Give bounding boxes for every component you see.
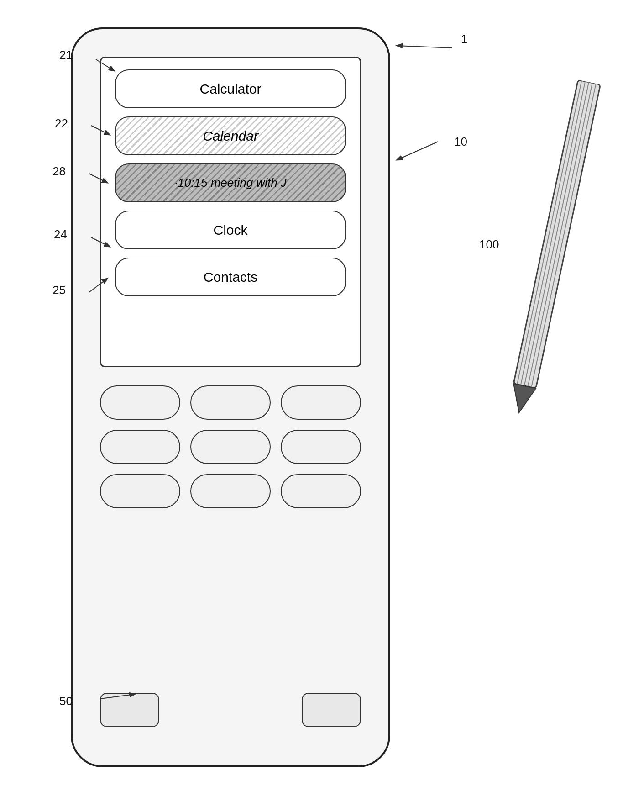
stylus (492, 76, 618, 410)
ref-22: 22 (55, 116, 68, 131)
clock-label: Clock (213, 222, 247, 238)
ref-25: 25 (52, 283, 66, 297)
key-2[interactable] (190, 385, 271, 420)
bottom-keys: △ ▽ ◁ ▷ (100, 664, 361, 755)
svg-line-10 (521, 81, 585, 385)
meeting-button[interactable]: ·10:15 meeting with J (115, 163, 346, 202)
page: Calculator Calendar ·10:15 meeting with … (0, 0, 644, 812)
svg-line-12 (528, 83, 592, 386)
key-7[interactable] (100, 474, 180, 508)
clock-button[interactable]: Clock (115, 211, 346, 249)
ref-50: 50 (59, 694, 73, 708)
ref-21: 21 (59, 48, 73, 62)
key-8[interactable] (190, 474, 271, 508)
screen: Calculator Calendar ·10:15 meeting with … (100, 57, 361, 367)
ref-1: 1 (461, 32, 467, 46)
key-3[interactable] (281, 385, 361, 420)
svg-line-1 (397, 142, 438, 160)
key-9[interactable] (281, 474, 361, 508)
calculator-button[interactable]: Calculator (115, 69, 346, 108)
stylus-svg (488, 76, 618, 427)
svg-marker-14 (508, 384, 536, 415)
ref-24: 24 (54, 227, 67, 242)
calculator-label: Calculator (199, 81, 261, 97)
meeting-label: ·10:15 meeting with J (174, 176, 287, 190)
key-6[interactable] (281, 430, 361, 464)
svg-line-13 (531, 84, 596, 387)
device-body: Calculator Calendar ·10:15 meeting with … (71, 27, 390, 767)
ref-10: 10 (454, 135, 467, 149)
key-1[interactable] (100, 385, 180, 420)
contacts-label: Contacts (204, 269, 257, 285)
svg-line-9 (517, 80, 581, 384)
key-5[interactable] (190, 430, 271, 464)
calendar-label: Calendar (203, 128, 258, 144)
calendar-button[interactable]: Calendar (115, 116, 346, 155)
svg-line-0 (397, 46, 452, 48)
ref-28: 28 (52, 164, 66, 179)
key-4[interactable] (100, 430, 180, 464)
contacts-button[interactable]: Contacts (115, 258, 346, 296)
ref-100: 100 (479, 237, 499, 252)
keypad (100, 385, 361, 508)
soft-key-right[interactable] (302, 693, 361, 727)
svg-line-11 (524, 82, 589, 386)
soft-key-left[interactable] (100, 693, 159, 727)
